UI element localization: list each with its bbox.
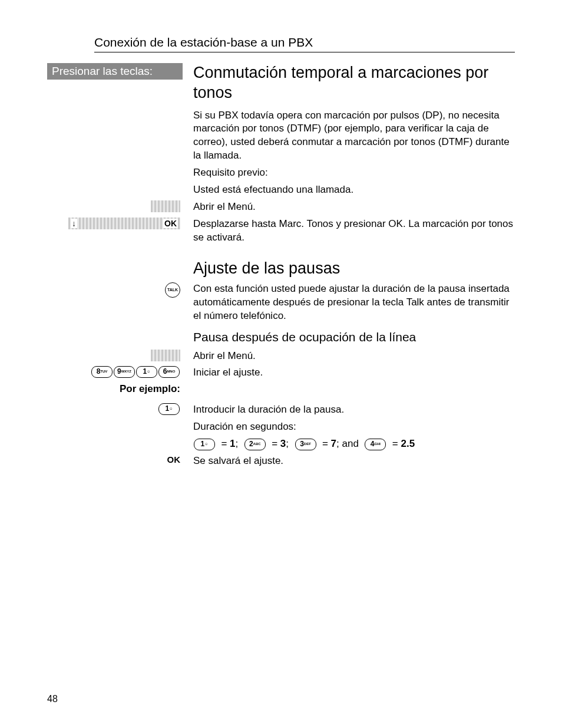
talk-key-icon: TALK <box>165 282 180 298</box>
key-1: 1☺ <box>136 366 157 378</box>
menu-bar-icon-2 <box>151 350 180 361</box>
open-menu-text: Abrir el Menú. <box>193 200 515 214</box>
menu-bar-icon <box>151 200 180 212</box>
running-header: Conexión de la estación-base a un PBX <box>94 35 515 52</box>
duration-label: Duración en segundos: <box>193 420 515 434</box>
key-1-example: 1☺ <box>158 403 180 415</box>
down-arrow-icon: ↓ <box>71 219 77 228</box>
key-6: 6MNO <box>158 366 180 378</box>
enter-duration-text: Introducir la duración de la pausa. <box>193 403 515 417</box>
key-3-map: 3DEF <box>295 439 316 450</box>
talk-desc: Con esta función usted puede ajustar la … <box>193 282 515 323</box>
key-8: 8TUV <box>91 366 113 378</box>
ok-softkey-label: OK <box>163 219 178 228</box>
por-ejemplo-label: Por ejemplo: <box>120 383 180 394</box>
ok-label: OK <box>167 454 181 465</box>
key-4-map: 4GHI <box>365 439 386 450</box>
key-2-map: 2ABC <box>244 439 266 450</box>
section1-title: Conmutación temporal a marcaciones por t… <box>193 63 515 103</box>
open-menu-text-2: Abrir el Menú. <box>193 350 515 363</box>
section1-prereq-label: Requisito previo: <box>193 166 515 180</box>
section1-prereq: Usted está efectuando una llamada. <box>193 183 515 197</box>
key-9: 9WXYZ <box>114 366 135 378</box>
section2-sub: Pausa después de ocupación de la línea <box>193 329 515 345</box>
key-sequence-8916: 8TUV9WXYZ1☺6MNO <box>47 366 183 378</box>
softkey-bar: ↓ OK <box>68 218 180 229</box>
duration-mapping: 1☺ = 1; 2ABC = 3; 3DEF = 7; and 4GHI = 2… <box>193 437 515 451</box>
scroll-ok-text: Desplazarse hasta Marc. Tonos y presiona… <box>193 218 515 245</box>
page-number: 48 <box>47 694 58 704</box>
keys-column-header: Presionar las teclas: <box>47 63 183 80</box>
key-1-map: 1☺ <box>194 439 215 450</box>
section2-title: Ajuste de las pausas <box>193 258 515 279</box>
save-setting-text: Se salvará el ajuste. <box>193 454 515 468</box>
section1-intro: Si su PBX todavía opera con marcación po… <box>193 109 515 163</box>
init-setting-text: Iniciar el ajuste. <box>193 366 515 380</box>
